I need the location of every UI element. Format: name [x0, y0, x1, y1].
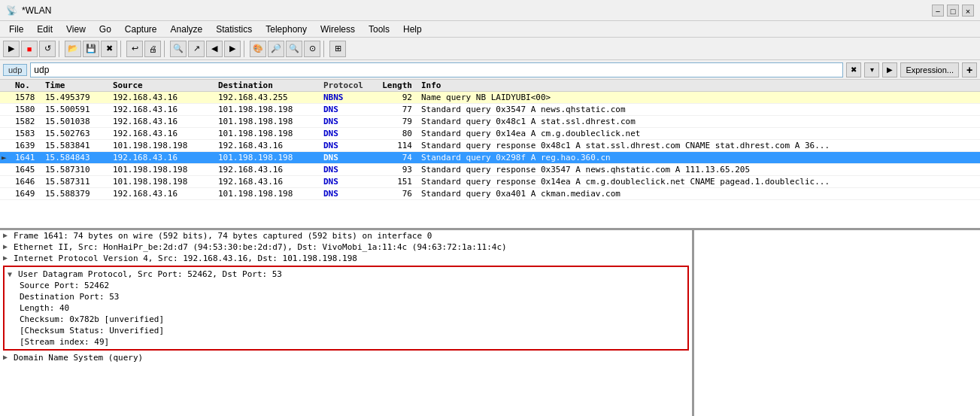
tb-next[interactable]: ▶: [224, 41, 241, 57]
tb-colorize[interactable]: 🎨: [250, 41, 266, 57]
row-no: 1583: [12, 128, 42, 139]
tb-stop-capture[interactable]: ■: [21, 41, 38, 57]
row-time: 15.501038: [42, 116, 110, 127]
row-dst: 101.198.198.198: [215, 152, 320, 163]
detail-child-row: Checksum: 0x782b [unverified]: [20, 314, 684, 325]
row-dst: 101.198.198.198: [215, 104, 320, 115]
udp-detail-expanded[interactable]: ▼User Datagram Protocol, Src Port: 52462…: [3, 266, 689, 351]
table-row[interactable]: 1583 15.502763 192.168.43.16 101.198.198…: [0, 128, 980, 140]
table-row[interactable]: 1645 15.587310 101.198.198.198 192.168.4…: [0, 164, 980, 176]
row-no: 1582: [12, 116, 42, 127]
table-row[interactable]: 1580 15.500591 192.168.43.16 101.198.198…: [0, 104, 980, 116]
detail-child-row: [Stream index: 49]: [20, 336, 684, 348]
tb-find[interactable]: 🔍: [170, 41, 187, 57]
toolbar: ▶ ■ ↺ 📂 💾 ✖ ↩ 🖨 🔍 ↗ ◀ ▶ 🎨 🔎 🔍 ⊙ ⊞: [0, 38, 980, 60]
title-bar: 📡 *WLAN − □ ×: [0, 0, 980, 21]
table-row[interactable]: 1649 15.588379 192.168.43.16 101.198.198…: [0, 188, 980, 200]
app-icon: 📡: [6, 5, 17, 16]
row-src: 101.198.198.198: [110, 164, 215, 175]
filter-dropdown-button[interactable]: ▾: [864, 62, 879, 77]
row-src: 101.198.198.198: [110, 176, 215, 187]
col-time-header: Time: [42, 80, 110, 91]
row-len: 92: [373, 92, 418, 103]
close-button[interactable]: ×: [962, 5, 974, 17]
collapse-icon[interactable]: ▼: [8, 270, 18, 278]
filter-input[interactable]: [30, 62, 843, 77]
table-row[interactable]: 1646 15.587311 101.198.198.198 192.168.4…: [0, 176, 980, 188]
row-len: 151: [373, 176, 418, 187]
expression-button[interactable]: Expression...: [900, 62, 959, 77]
menu-edit[interactable]: Edit: [31, 23, 59, 36]
add-filter-button[interactable]: +: [962, 62, 977, 77]
main-content: No. Time Source Destination Protocol Len…: [0, 80, 980, 416]
row-time: 15.587311: [42, 176, 110, 187]
table-row[interactable]: ► 1641 15.584843 192.168.43.16 101.198.1…: [0, 152, 980, 164]
col-info-header: Info: [418, 80, 980, 91]
expand-icon-frame[interactable]: ▶: [3, 231, 14, 239]
detail-text-frame: Frame 1641: 74 bytes on wire (592 bits),…: [14, 231, 432, 241]
row-len: 114: [373, 140, 418, 151]
tb-close[interactable]: ✖: [101, 41, 117, 57]
menu-telephony[interactable]: Telephony: [259, 23, 313, 36]
menu-statistics[interactable]: Statistics: [210, 23, 258, 36]
row-info: Standard query 0xa401 A ckman.mediav.com: [418, 188, 980, 199]
maximize-button[interactable]: □: [947, 5, 959, 17]
tb-zoom-normal[interactable]: ⊙: [304, 41, 320, 57]
detail-row-dns[interactable]: ▶Domain Name System (query): [0, 352, 692, 363]
expand-icon-ip[interactable]: ▶: [3, 254, 14, 262]
tb-sep3: [164, 41, 167, 57]
udp-detail-text: User Datagram Protocol, Src Port: 52462,…: [18, 269, 282, 279]
menu-file[interactable]: File: [3, 23, 29, 36]
row-time: 15.583841: [42, 140, 110, 151]
row-src: 192.168.43.16: [110, 128, 215, 139]
row-dst: 101.198.198.198: [215, 188, 320, 199]
window-title: *WLAN: [22, 5, 51, 16]
row-src: 192.168.43.16: [110, 116, 215, 127]
tb-resize-cols[interactable]: ⊞: [329, 41, 346, 57]
row-len: 77: [373, 104, 418, 115]
table-row[interactable]: 1578 15.495379 192.168.43.16 192.168.43.…: [0, 92, 980, 104]
tb-goto[interactable]: ↗: [188, 41, 205, 57]
minimize-button[interactable]: −: [932, 5, 944, 17]
tb-prev[interactable]: ◀: [206, 41, 223, 57]
tb-save[interactable]: 💾: [83, 41, 99, 57]
detail-row-ip[interactable]: ▶Internet Protocol Version 4, Src: 192.1…: [0, 253, 692, 264]
filter-clear-button[interactable]: ✖: [846, 62, 861, 77]
menu-tools[interactable]: Tools: [363, 23, 396, 36]
row-src: 192.168.43.16: [110, 188, 215, 199]
detail-row-frame[interactable]: ▶Frame 1641: 74 bytes on wire (592 bits)…: [0, 230, 692, 241]
expand-icon-ethernet[interactable]: ▶: [3, 242, 14, 251]
detail-text-ethernet: Ethernet II, Src: HonHaiPr_be:2d:d7 (94:…: [14, 242, 507, 252]
table-row[interactable]: 1639 15.583841 101.198.198.198 192.168.4…: [0, 140, 980, 152]
tb-zoom-out[interactable]: 🔍: [286, 41, 302, 57]
tb-print[interactable]: 🖨: [144, 41, 161, 57]
detail-child-row: [Checksum Status: Unverified]: [20, 325, 684, 336]
row-no: 1646: [12, 176, 42, 187]
row-arrow: ►: [0, 152, 12, 163]
row-info: Standard query response 0x14ea A cm.g.do…: [418, 176, 980, 187]
menu-go[interactable]: Go: [93, 23, 117, 36]
udp-detail-header[interactable]: ▼User Datagram Protocol, Src Port: 52462…: [8, 269, 684, 280]
tb-zoom-in[interactable]: 🔎: [268, 41, 284, 57]
detail-panel[interactable]: ▶Frame 1641: 74 bytes on wire (592 bits)…: [0, 230, 694, 416]
menu-help[interactable]: Help: [397, 23, 428, 36]
menu-view[interactable]: View: [60, 23, 92, 36]
filter-bar: udp ✖ ▾ ▶ Expression... +: [0, 60, 980, 80]
row-time: 15.588379: [42, 188, 110, 199]
menu-analyze[interactable]: Analyze: [165, 23, 209, 36]
tb-reload[interactable]: ↩: [126, 41, 143, 57]
tb-restart-capture[interactable]: ↺: [39, 41, 56, 57]
row-len: 76: [373, 188, 418, 199]
tb-open[interactable]: 📂: [65, 41, 81, 57]
tb-start-capture[interactable]: ▶: [3, 41, 20, 57]
detail-text-ip: Internet Protocol Version 4, Src: 192.16…: [14, 254, 357, 263]
filter-apply-button[interactable]: ▶: [882, 62, 897, 77]
menu-capture[interactable]: Capture: [119, 23, 163, 36]
menu-wireless[interactable]: Wireless: [314, 23, 361, 36]
table-row[interactable]: 1582 15.501038 192.168.43.16 101.198.198…: [0, 116, 980, 128]
expand-icon-dns[interactable]: ▶: [3, 353, 14, 361]
detail-row-ethernet[interactable]: ▶Ethernet II, Src: HonHaiPr_be:2d:d7 (94…: [0, 241, 692, 253]
row-dst: 101.198.198.198: [215, 128, 320, 139]
filter-label: udp: [3, 64, 27, 76]
packet-list[interactable]: No. Time Source Destination Protocol Len…: [0, 80, 980, 230]
